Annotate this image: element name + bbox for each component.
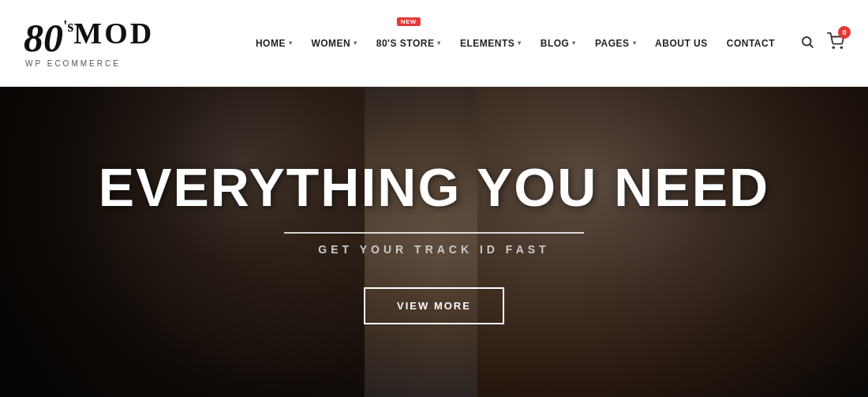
- nav-contact[interactable]: CONTACT: [717, 0, 784, 87]
- nav-women-label: WOMEN: [311, 38, 350, 49]
- hero-divider: [284, 232, 584, 234]
- hero-subtitle: GET YOUR TRACK ID FAST: [318, 243, 549, 256]
- nav-home-label: HOME: [256, 38, 286, 49]
- nav-women[interactable]: WOMEN ▾: [301, 0, 366, 87]
- nav-about-us[interactable]: ABOUT US: [645, 0, 717, 87]
- nav-contact-label: CONTACT: [727, 38, 775, 49]
- cart-count-badge: 0: [838, 26, 851, 39]
- nav-blog-chevron: ▾: [572, 39, 576, 47]
- logo-apostrophe-s: 's: [63, 18, 73, 34]
- nav-pages[interactable]: PAGES ▾: [586, 0, 645, 87]
- hero-title: EVERYTHING YOU NEED: [99, 159, 769, 215]
- hero-cta-button[interactable]: VIEW MORE: [364, 287, 504, 324]
- logo-tagline: WP ECOMMERCE: [24, 59, 154, 68]
- nav-elements-label: ELEMENTS: [460, 38, 514, 49]
- nav-pages-label: PAGES: [595, 38, 630, 49]
- svg-point-3: [840, 47, 842, 48]
- nav-80s-store[interactable]: NEW 80'S STORE ▾: [367, 0, 451, 87]
- nav-elements[interactable]: ELEMENTS ▾: [451, 0, 531, 87]
- new-badge: NEW: [397, 17, 421, 26]
- nav-about-us-label: ABOUT US: [655, 38, 708, 49]
- nav-blog[interactable]: BLOG ▾: [531, 0, 586, 87]
- logo-mod-text: MOD: [73, 18, 154, 48]
- hero-content: EVERYTHING YOU NEED GET YOUR TRACK ID FA…: [0, 87, 868, 397]
- nav-pages-chevron: ▾: [633, 39, 637, 47]
- nav-home[interactable]: HOME ▾: [246, 0, 302, 87]
- hero-section: EVERYTHING YOU NEED GET YOUR TRACK ID FA…: [0, 87, 868, 397]
- nav-elements-chevron: ▾: [518, 39, 522, 47]
- logo-number: 80: [24, 18, 63, 58]
- search-button[interactable]: [800, 35, 814, 52]
- site-logo[interactable]: 80 's MOD WP ECOMMERCE: [24, 18, 154, 68]
- nav-blog-label: BLOG: [541, 38, 570, 49]
- header-actions: 0: [800, 32, 844, 54]
- main-nav: HOME ▾ WOMEN ▾ NEW 80'S STORE ▾ ELEMENTS…: [246, 0, 784, 87]
- cart-button[interactable]: 0: [827, 32, 844, 54]
- nav-80s-store-chevron: ▾: [437, 39, 441, 47]
- svg-point-2: [832, 47, 834, 48]
- nav-80s-store-label: 80'S STORE: [376, 38, 435, 49]
- svg-line-1: [810, 44, 812, 47]
- nav-women-chevron: ▾: [354, 39, 357, 47]
- site-header: 80 's MOD WP ECOMMERCE HOME ▾ WOMEN ▾ NE…: [0, 0, 868, 87]
- nav-home-chevron: ▾: [289, 39, 293, 47]
- search-icon: [800, 35, 814, 49]
